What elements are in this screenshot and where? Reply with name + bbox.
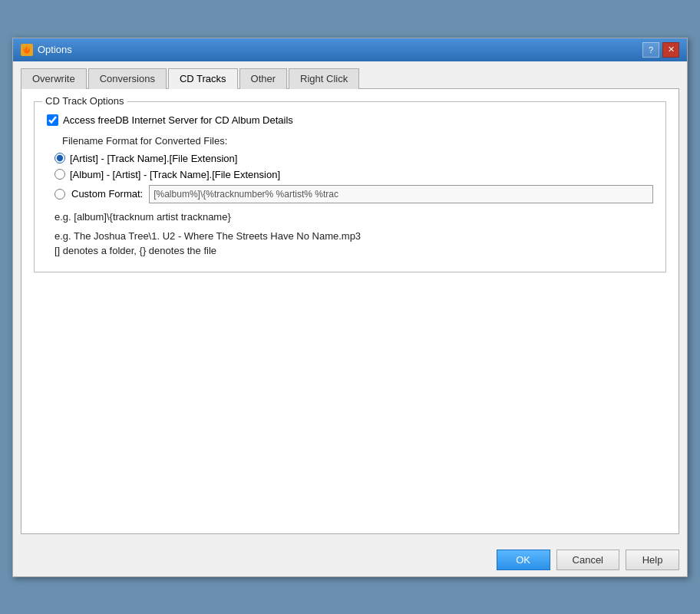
cd-track-options-group: CD Track Options Access freeDB Internet …	[34, 101, 666, 272]
radio-artist-track[interactable]	[54, 153, 65, 163]
radio-artist-track-label: [Artist] - [Track Name].[File Extension]	[70, 153, 237, 164]
filename-format-label: Filename Format for Converted Files:	[62, 135, 653, 147]
tab-conversions[interactable]: Conversions	[88, 68, 167, 89]
freedb-checkbox[interactable]	[47, 114, 58, 126]
window-title: Options	[38, 44, 72, 55]
note-text: [] denotes a folder, {} denotes the file	[54, 245, 653, 256]
close-button[interactable]: ✕	[662, 42, 679, 58]
cancel-button[interactable]: Cancel	[556, 550, 619, 570]
radio-row-1: [Artist] - [Track Name].[File Extension]	[54, 153, 653, 164]
radio-album-artist-track[interactable]	[54, 169, 65, 180]
tab-content-cd-tracks: CD Track Options Access freeDB Internet …	[21, 89, 679, 534]
tab-other[interactable]: Other	[239, 68, 288, 89]
dialog-body: Overwrite Conversions CD Tracks Other Ri…	[13, 61, 687, 542]
tab-bar: Overwrite Conversions CD Tracks Other Ri…	[21, 68, 679, 89]
options-dialog: Options ? ✕ Overwrite Conversions CD Tra…	[12, 38, 688, 577]
radio-row-2: [Album] - [Artist] - [Track Name].[File …	[54, 169, 653, 180]
button-row: OK Cancel Help	[13, 542, 687, 576]
help-button[interactable]: ?	[642, 42, 659, 58]
example-1: e.g. [album]\{tracknum artist trackname}	[54, 211, 653, 223]
app-icon	[21, 44, 33, 56]
tab-cd-tracks[interactable]: CD Tracks	[168, 68, 238, 89]
help-dialog-button[interactable]: Help	[626, 550, 679, 570]
radio-custom-format[interactable]	[54, 189, 65, 200]
tab-overwrite[interactable]: Overwrite	[21, 68, 87, 89]
tab-right-click[interactable]: Right Click	[289, 68, 359, 89]
title-bar-left: Options	[21, 44, 72, 56]
custom-format-row: Custom Format:	[54, 185, 653, 203]
radio-album-artist-track-label: [Album] - [Artist] - [Track Name].[File …	[70, 169, 280, 180]
title-bar-buttons: ? ✕	[642, 42, 679, 58]
title-bar: Options ? ✕	[13, 38, 687, 61]
group-label: CD Track Options	[42, 95, 127, 107]
ok-button[interactable]: OK	[497, 550, 550, 570]
custom-format-input[interactable]	[149, 185, 653, 203]
custom-format-label: Custom Format:	[71, 188, 143, 200]
freedb-checkbox-row: Access freeDB Internet Server for CD Alb…	[47, 114, 653, 126]
example-2: e.g. The Joshua Tree\1. U2 - Where The S…	[54, 230, 653, 242]
freedb-label: Access freeDB Internet Server for CD Alb…	[63, 114, 293, 126]
